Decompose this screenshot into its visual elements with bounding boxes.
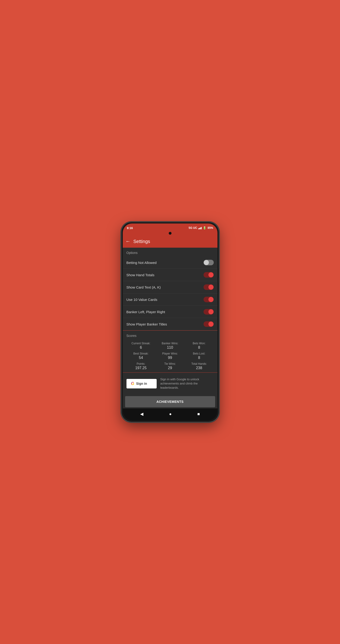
toggle-knob-betting — [204, 260, 209, 265]
phone-frame: 9:16 5G UC 🔋 85% ← Settings — [121, 222, 219, 422]
app-header: ← Settings — [123, 236, 217, 248]
google-signin-button[interactable]: G Sign in — [126, 379, 157, 388]
score-title-bets-lost: Bets Lost: — [185, 352, 214, 355]
page-title: Settings — [133, 239, 150, 244]
score-title-total-hands: Total Hands: — [185, 362, 214, 366]
phone-screen: 9:16 5G UC 🔋 85% ← Settings — [123, 224, 217, 420]
toggle-betting[interactable] — [204, 260, 214, 265]
score-title-banker-wins: Banker Wins: — [155, 342, 185, 345]
scores-section-label: Scores — [123, 330, 217, 340]
score-bets-won: Bets Won: 8 — [185, 342, 214, 350]
score-value-current-streak: 6 — [126, 346, 155, 350]
score-player-wins: Player Wins: 99 — [155, 352, 185, 360]
toggle-row-tenvalue: Use 10 Value Cards — [123, 294, 217, 306]
toggle-label-betting: Betting Not Allowed — [126, 261, 157, 264]
battery-label: 85% — [208, 226, 213, 230]
toggle-knob-playerbanker — [208, 322, 214, 327]
score-title-player-wins: Player Wins: — [155, 352, 185, 355]
toggle-knob-tenvalue — [208, 297, 214, 302]
network-label: 5G UC — [189, 226, 197, 230]
score-title-tie-wins: Tie Wins: — [155, 362, 185, 366]
score-banker-wins: Banker Wins: 110 — [155, 342, 185, 350]
score-title-bets-won: Bets Won: — [185, 342, 214, 345]
side-button-2[interactable] — [219, 282, 220, 292]
back-button[interactable]: ← — [126, 238, 131, 244]
toggle-label-playerbanker: Show Player Banker Titles — [126, 322, 167, 326]
score-value-points: 197.25 — [126, 366, 155, 370]
toggle-label-cardtext: Show Card Text (A, K) — [126, 285, 161, 289]
score-tie-wins: Tie Wins: 29 — [155, 362, 185, 370]
toggle-knob-bankerleft — [208, 309, 214, 314]
score-current-streak: Current Streak: 6 — [126, 342, 155, 350]
signin-button-label: Sign in — [136, 382, 147, 386]
score-title-points: Points: — [126, 362, 155, 366]
camera-dot — [169, 232, 172, 235]
toggle-row-playerbanker: Show Player Banker Titles — [123, 318, 217, 330]
settings-content: Options Betting Not Allowed Show Hand To… — [123, 248, 217, 408]
signal-icon — [198, 226, 202, 229]
achievements-button[interactable]: ACHIEVEMENTS — [125, 396, 215, 407]
nav-home-button[interactable]: ● — [169, 412, 172, 416]
toggle-label-tenvalue: Use 10 Value Cards — [126, 298, 157, 302]
side-button-1[interactable] — [219, 268, 220, 278]
score-value-bets-won: 8 — [185, 346, 214, 350]
camera-area — [123, 232, 217, 236]
toggle-knob-cardtext — [208, 284, 214, 290]
bottom-navigation: ◀ ● ■ — [123, 408, 217, 420]
score-title-current-streak: Current Streak: — [126, 342, 155, 345]
toggle-row-betting: Betting Not Allowed — [123, 256, 217, 269]
score-value-total-hands: 238 — [185, 366, 214, 370]
toggle-handtotals[interactable] — [204, 272, 214, 278]
nav-recent-button[interactable]: ■ — [197, 412, 200, 416]
toggle-cardtext[interactable] — [204, 284, 214, 290]
battery-icon: 🔋 — [203, 226, 206, 230]
score-points: Points: 197.25 — [126, 362, 155, 370]
google-g-icon: G — [131, 381, 134, 386]
score-best-streak: Best Streak: 54 — [126, 352, 155, 360]
score-value-best-streak: 54 — [126, 356, 155, 360]
score-value-bets-lost: 8 — [185, 356, 214, 360]
score-value-tie-wins: 29 — [155, 366, 185, 370]
score-value-banker-wins: 110 — [155, 346, 185, 350]
status-right: 5G UC 🔋 85% — [189, 226, 213, 230]
options-section-label: Options — [123, 248, 217, 256]
score-total-hands: Total Hands: 238 — [185, 362, 214, 370]
toggle-bankerleft[interactable] — [204, 309, 214, 314]
nav-back-button[interactable]: ◀ — [140, 412, 143, 416]
status-time: 9:16 — [127, 226, 133, 230]
toggle-label-bankerleft: Banker Left, Player Right — [126, 310, 165, 314]
toggle-row-bankerleft: Banker Left, Player Right — [123, 306, 217, 318]
signin-section: G Sign in Sign in with Google to unlock … — [123, 373, 217, 395]
toggle-label-handtotals: Show Hand Totals — [126, 273, 155, 277]
scores-grid: Current Streak: 6 Banker Wins: 110 Bets … — [123, 340, 217, 372]
score-title-best-streak: Best Streak: — [126, 352, 155, 355]
toggle-row-cardtext: Show Card Text (A, K) — [123, 281, 217, 294]
signin-description: Sign in with Google to unlock achievemen… — [160, 377, 214, 390]
score-bets-lost: Bets Lost: 8 — [185, 352, 214, 360]
score-value-player-wins: 99 — [155, 356, 185, 360]
toggle-knob-handtotals — [208, 272, 214, 278]
toggle-tenvalue[interactable] — [204, 297, 214, 302]
toggle-row-handtotals: Show Hand Totals — [123, 269, 217, 281]
toggle-playerbanker[interactable] — [204, 321, 214, 327]
status-bar: 9:16 5G UC 🔋 85% — [123, 224, 217, 232]
